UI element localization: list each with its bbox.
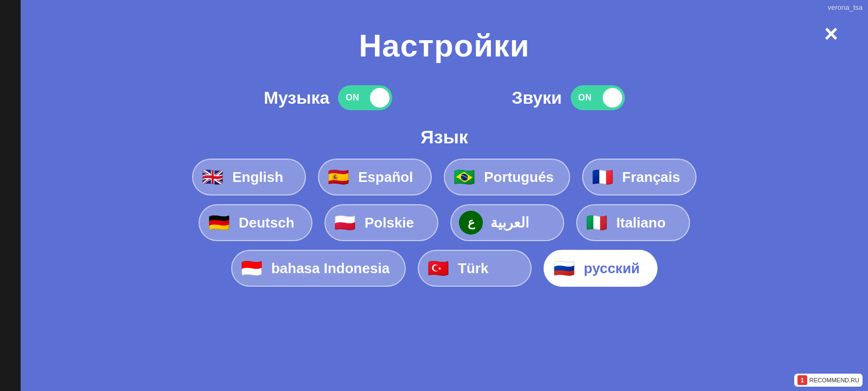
flag-polskie: 🇵🇱 (333, 211, 357, 235)
lang-btn-polskie[interactable]: 🇵🇱 Polskie (324, 204, 438, 241)
flag-italiano: 🇮🇹 (585, 211, 609, 235)
music-toggle-knob (370, 88, 390, 108)
lang-btn-turk[interactable]: 🇹🇷 Türk (418, 250, 532, 287)
lang-name-italiano: Italiano (616, 215, 666, 231)
lang-btn-deutsch[interactable]: 🇩🇪 Deutsch (199, 204, 312, 241)
lang-btn-arabic[interactable]: ع العربية (450, 204, 564, 241)
language-row-3: 🇮🇩 bahasa Indonesia 🇹🇷 Türk 🇷🇺 русский (231, 250, 658, 287)
language-row-1: 🇬🇧 English 🇪🇸 Español 🇧🇷 Portugués 🇫🇷 Fr… (192, 159, 697, 195)
lang-btn-italiano[interactable]: 🇮🇹 Italiano (576, 204, 690, 241)
music-label: Музыка (264, 88, 329, 108)
language-section-title: Язык (420, 127, 468, 148)
lang-name-bahasa: bahasa Indonesia (271, 260, 390, 277)
sounds-toggle-group: Звуки ON (512, 85, 624, 110)
lang-btn-bahasa[interactable]: 🇮🇩 bahasa Indonesia (231, 250, 406, 287)
lang-name-english: English (232, 169, 283, 186)
lang-btn-espanol[interactable]: 🇪🇸 Español (318, 159, 432, 195)
language-grid: 🇬🇧 English 🇪🇸 Español 🇧🇷 Portugués 🇫🇷 Fr… (192, 159, 697, 287)
flag-portugues: 🇧🇷 (452, 165, 476, 189)
lang-btn-francais[interactable]: 🇫🇷 Français (582, 159, 697, 195)
flag-arabic: ع (459, 211, 483, 235)
music-toggle-switch[interactable]: ON (338, 85, 392, 110)
settings-panel: Настройки Музыка ON Звуки ON Язык 🇬🇧 (21, 0, 868, 391)
lang-name-polskie: Polskie (365, 215, 414, 231)
flag-francais: 🇫🇷 (591, 165, 615, 189)
recommend-icon-text: 1 (801, 377, 804, 383)
flag-espanol: 🇪🇸 (327, 165, 350, 189)
page-title: Настройки (359, 27, 529, 64)
sounds-toggle-switch[interactable]: ON (571, 85, 625, 110)
lang-name-deutsch: Deutsch (239, 215, 295, 231)
lang-btn-english[interactable]: 🇬🇧 English (192, 159, 306, 195)
lang-name-arabic: العربية (490, 215, 529, 231)
flag-russian: 🇷🇺 (552, 256, 576, 280)
flag-deutsch: 🇩🇪 (207, 211, 231, 235)
lang-name-russian: русский (584, 260, 640, 277)
lang-name-portugues: Portugués (484, 169, 554, 186)
flag-turk: 🇹🇷 (426, 256, 450, 280)
lang-btn-russian[interactable]: 🇷🇺 русский (544, 250, 658, 287)
flag-bahasa: 🇮🇩 (240, 256, 264, 280)
sidebar-left (0, 0, 21, 391)
flag-english: 🇬🇧 (201, 165, 225, 189)
sounds-toggle-knob (603, 88, 622, 108)
recommend-badge: 1 RECOMMEND.RU (794, 374, 863, 387)
sounds-label: Звуки (512, 88, 561, 108)
recommend-label: RECOMMEND.RU (809, 377, 859, 383)
lang-btn-portugues[interactable]: 🇧🇷 Portugués (444, 159, 570, 195)
lang-name-francais: Français (622, 169, 680, 186)
lang-name-turk: Türk (458, 260, 488, 277)
music-toggle-state: ON (346, 93, 359, 103)
music-toggle-group: Музыка ON (264, 85, 392, 110)
toggles-row: Музыка ON Звуки ON (264, 85, 624, 110)
lang-name-espanol: Español (358, 169, 413, 186)
recommend-icon: 1 (797, 375, 807, 385)
sounds-toggle-state: ON (578, 93, 592, 103)
language-row-2: 🇩🇪 Deutsch 🇵🇱 Polskie ع العربية 🇮🇹 Itali… (199, 204, 690, 241)
